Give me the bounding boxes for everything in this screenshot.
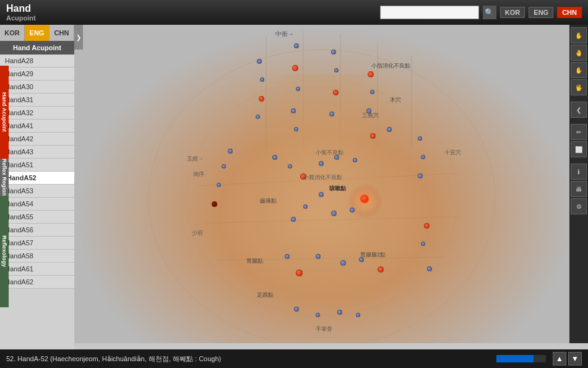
status-text: 52. HandA-52 (Haecheonjeom, Hǎichuāndiǎn… <box>6 354 496 364</box>
dot-index1[interactable] <box>257 59 262 64</box>
dot-thumb1[interactable] <box>228 149 233 154</box>
list-item-handa42[interactable]: HandA42 <box>0 133 74 146</box>
list-item-handa56[interactable]: HandA56 <box>0 224 74 237</box>
dot-palm3[interactable] <box>300 173 306 180</box>
dot-ring3[interactable] <box>333 90 339 95</box>
pencil-button[interactable]: ✏ <box>571 124 587 140</box>
tab-kor[interactable]: KOR <box>0 25 25 41</box>
dot-middle2[interactable] <box>292 65 298 71</box>
dot-wrist2[interactable] <box>316 313 320 317</box>
dot-palm2[interactable] <box>288 164 292 169</box>
nav-next-button[interactable]: ▼ <box>568 352 582 366</box>
print-button[interactable]: 🖶 <box>571 181 587 197</box>
dot-palm1[interactable] <box>272 155 277 160</box>
tab-eng[interactable]: ENG <box>25 25 50 41</box>
dot-lower3[interactable] <box>316 254 321 259</box>
sidebar: KOR ENG CHN Hand Acupoint HandA28HandA29… <box>0 25 74 368</box>
dot-pinky1[interactable] <box>368 71 374 77</box>
dot-palm8[interactable] <box>387 127 392 132</box>
dot-side3[interactable] <box>418 173 423 178</box>
list-item-handa57[interactable]: HandA57 <box>0 237 74 250</box>
category-header: Hand Acupoint <box>0 41 74 55</box>
dot-middle4[interactable] <box>291 108 296 113</box>
section-label-rr: Reflex Region <box>0 159 9 196</box>
lang-btn-eng[interactable]: ENG <box>529 7 553 18</box>
logo-hand: Hand <box>6 2 36 14</box>
list-item-handa30[interactable]: HandA30 <box>0 81 74 94</box>
section-label-ha: Hand Acupoint <box>0 66 9 159</box>
lang-tabs: KOR ENG CHN <box>0 25 74 41</box>
hand-other-button[interactable]: 🖐 <box>571 79 587 95</box>
arrow-prev-button[interactable]: ❮ <box>571 102 587 118</box>
progress-bar <box>496 355 546 362</box>
header: Hand Acupoint 🔍 KOR ENG CHN <box>0 0 588 25</box>
info-button[interactable]: ℹ <box>571 164 587 180</box>
search-input[interactable] <box>380 6 479 19</box>
dot-thumb3[interactable] <box>217 183 221 187</box>
search-button[interactable]: 🔍 <box>483 6 496 19</box>
dot-middle3[interactable] <box>296 87 300 91</box>
hand-side-button[interactable]: ✋ <box>571 62 587 78</box>
dot-pinky3[interactable] <box>366 108 371 113</box>
dot-middle5[interactable] <box>294 127 298 131</box>
dot-palm5[interactable] <box>334 155 339 160</box>
list-item-handa41[interactable]: HandA41 <box>0 120 74 133</box>
dot-index2[interactable] <box>260 77 264 82</box>
dot-lower1[interactable] <box>285 254 290 259</box>
hand-background <box>74 25 576 343</box>
dot-palm13[interactable] <box>331 211 337 216</box>
settings-button[interactable]: ⚙ <box>571 198 587 214</box>
dot-palm7[interactable] <box>370 133 376 139</box>
list-item-handa61[interactable]: HandA61 <box>0 263 74 276</box>
lang-btn-chn[interactable]: CHN <box>557 7 582 18</box>
list-item-handa58[interactable]: HandA58 <box>0 250 74 263</box>
list-item-handa32[interactable]: HandA32 <box>0 107 74 120</box>
dot-lower4[interactable] <box>340 260 346 266</box>
dot-palm11[interactable] <box>303 204 308 209</box>
nav-prev-button[interactable]: ▲ <box>553 352 566 366</box>
list-item-handa28[interactable]: HandA28 <box>0 55 74 68</box>
dot-side4[interactable] <box>424 223 430 229</box>
dot-middle1[interactable] <box>294 43 299 48</box>
list-item-handa62[interactable]: HandA62 <box>0 276 74 289</box>
list-item-handa53[interactable]: HandA53 <box>0 185 74 198</box>
dot-palm10[interactable] <box>319 192 324 197</box>
dot-lower2[interactable] <box>296 269 303 276</box>
list-item-handa55[interactable]: HandA55 <box>0 211 74 224</box>
dot-side1[interactable] <box>418 136 422 141</box>
dot-side2[interactable] <box>421 155 425 159</box>
dot-index3[interactable] <box>259 96 264 102</box>
dot-thumb2[interactable] <box>222 164 226 169</box>
dot-thumb4[interactable] <box>212 201 217 207</box>
dot-palm4[interactable] <box>319 161 324 166</box>
list-item-handa54[interactable]: HandA54 <box>0 198 74 211</box>
dot-selected-ha52[interactable] <box>360 195 369 203</box>
dot-palm14[interactable] <box>350 208 355 212</box>
dot-ring2[interactable] <box>334 68 339 72</box>
collapse-sidebar-button[interactable]: ❯ <box>74 25 83 50</box>
dot-wrist3[interactable] <box>337 310 342 315</box>
dot-lower5[interactable] <box>359 257 364 262</box>
dot-wrist1[interactable] <box>294 307 299 312</box>
list-item-handa29[interactable]: HandA29 <box>0 68 74 81</box>
hand-front-button[interactable]: ✋ <box>571 27 587 43</box>
dot-side6[interactable] <box>427 266 432 271</box>
dot-palm6[interactable] <box>353 158 357 162</box>
progress-fill <box>496 355 534 362</box>
list-item-handa43[interactable]: HandA43 <box>0 146 74 159</box>
tab-chn[interactable]: CHN <box>50 25 74 41</box>
dot-pinky2[interactable] <box>370 90 374 94</box>
list-item-handa51[interactable]: HandA51 <box>0 159 74 172</box>
hand-back-button[interactable]: 🤚 <box>571 45 587 61</box>
eraser-button[interactable]: ⬜ <box>571 141 587 157</box>
dot-ring4[interactable] <box>329 112 334 116</box>
dot-palm12[interactable] <box>291 217 296 222</box>
dot-side5[interactable] <box>421 242 425 246</box>
dot-ring1[interactable] <box>331 50 336 55</box>
list-item-handa31[interactable]: HandA31 <box>0 94 74 107</box>
dot-index4[interactable] <box>256 115 260 119</box>
dot-wrist4[interactable] <box>356 313 360 317</box>
dot-lower6[interactable] <box>378 266 384 273</box>
list-item-handa52[interactable]: HandA52 <box>0 172 74 185</box>
lang-btn-kor[interactable]: KOR <box>500 7 525 18</box>
